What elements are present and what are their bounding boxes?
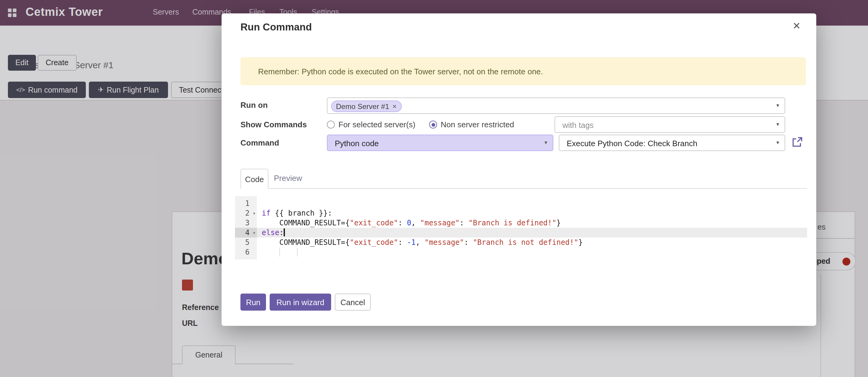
radio-for-selected-servers[interactable]: [327, 121, 335, 128]
warning-alert-text: Remember: Python code is executed on the…: [258, 67, 543, 76]
tabs-border: [241, 188, 807, 189]
show-commands-label: Show Commands: [241, 120, 307, 129]
indent-guide: [297, 248, 297, 256]
chevron-down-icon: ▾: [776, 140, 779, 146]
chevron-down-icon: ▾: [776, 121, 779, 127]
with-tags-dropdown[interactable]: with tags ▾: [555, 116, 785, 133]
fold-icon[interactable]: ▾: [253, 228, 256, 238]
radio-non-server-restricted[interactable]: [429, 121, 437, 128]
close-icon[interactable]: ✕: [793, 20, 801, 32]
chevron-down-icon: ▾: [545, 140, 547, 146]
gutter-line-6: 6: [235, 247, 257, 257]
server-tag-label: Demo Server #1: [336, 102, 389, 111]
chevron-down-icon: ▾: [776, 102, 779, 108]
text-cursor: [284, 228, 285, 236]
command-type-value: Python code: [335, 139, 379, 148]
code-line-5[interactable]: COMMAND_RESULT={"exit_code": -1, "messag…: [257, 237, 807, 247]
radio-non-server-restricted-label[interactable]: Non server restricted: [441, 120, 514, 129]
run-on-label: Run on: [241, 100, 268, 110]
cancel-button[interactable]: Cancel: [335, 294, 371, 311]
with-tags-placeholder: with tags: [562, 121, 594, 130]
editor-gutter: 12▾34▾56: [235, 196, 257, 259]
server-tag-pill[interactable]: Demo Server #1 ✕: [331, 100, 402, 112]
code-editor[interactable]: 12▾34▾56 if {{ branch }}: COMMAND_RESULT…: [235, 196, 807, 259]
editor-code[interactable]: if {{ branch }}: COMMAND_RESULT={"exit_c…: [257, 196, 807, 259]
gutter-line-3: 3: [235, 218, 257, 228]
code-line-1[interactable]: [257, 199, 807, 208]
tab-preview[interactable]: Preview: [274, 174, 302, 183]
indent-guide: [279, 248, 280, 256]
code-line-6[interactable]: [257, 247, 807, 257]
run-command-dialog: Run Command ✕ Remember: Python code is e…: [222, 13, 816, 326]
radio-for-selected-servers-label[interactable]: For selected server(s): [338, 120, 415, 129]
command-value: Execute Python Code: Check Branch: [567, 139, 697, 148]
gutter-line-2: 2▾: [235, 208, 257, 218]
gutter-line-5: 5: [235, 237, 257, 247]
run-on-field[interactable]: Demo Server #1 ✕ ▾: [327, 97, 785, 114]
screen: Cetmix Tower Servers Commands Files Tool…: [0, 0, 868, 377]
run-in-wizard-button[interactable]: Run in wizard: [270, 294, 331, 311]
gutter-line-4: 4▾: [235, 228, 257, 237]
run-button[interactable]: Run: [241, 294, 266, 311]
code-line-3[interactable]: COMMAND_RESULT={"exit_code": 0, "message…: [257, 218, 807, 228]
tab-code[interactable]: Code: [241, 169, 269, 189]
command-label: Command: [241, 138, 279, 147]
gutter-line-1: 1: [235, 199, 257, 208]
fold-icon[interactable]: ▾: [253, 209, 256, 219]
code-line-2[interactable]: if {{ branch }}:: [257, 208, 807, 218]
command-type-select[interactable]: Python code ▾: [327, 135, 553, 151]
remove-tag-icon[interactable]: ✕: [392, 103, 397, 109]
external-link-icon[interactable]: [791, 137, 803, 148]
dialog-title: Run Command: [241, 21, 312, 33]
code-line-4[interactable]: else:: [257, 228, 807, 237]
command-select[interactable]: Execute Python Code: Check Branch ▾: [559, 135, 785, 151]
warning-alert: Remember: Python code is executed on the…: [241, 57, 806, 85]
